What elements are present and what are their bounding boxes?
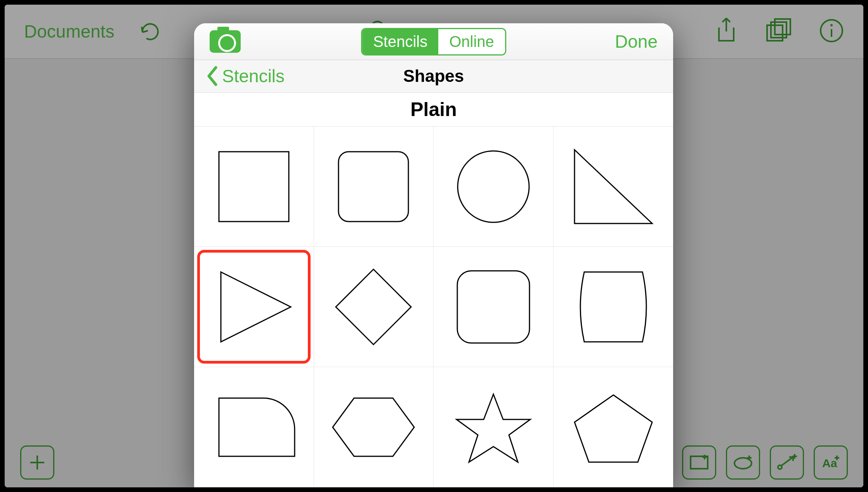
- shape-star[interactable]: [434, 367, 554, 487]
- svg-rect-10: [339, 152, 408, 222]
- shape-rounded-rectangle[interactable]: [314, 126, 434, 247]
- svg-rect-9: [219, 152, 289, 222]
- popover-header: Stencils Online Done: [194, 23, 673, 60]
- shape-hexagon[interactable]: [314, 367, 434, 487]
- shape-barrel[interactable]: [554, 247, 674, 367]
- section-title: Plain: [194, 93, 673, 126]
- svg-rect-12: [457, 271, 529, 343]
- stencils-popover: Stencils Online Done Stencils Shapes Pla…: [194, 23, 673, 487]
- shape-play-triangle[interactable]: [194, 247, 314, 367]
- done-button[interactable]: Done: [615, 31, 658, 52]
- stencils-online-segmented-control[interactable]: Stencils Online: [361, 28, 506, 55]
- popover-nav: Stencils Shapes: [194, 60, 673, 92]
- svg-point-11: [458, 151, 529, 222]
- shape-rounded-rectangle-large[interactable]: [434, 247, 554, 367]
- back-button[interactable]: Stencils: [206, 66, 285, 87]
- shape-pentagon[interactable]: [554, 367, 674, 487]
- shape-quarter-round[interactable]: [194, 367, 314, 487]
- shape-rectangle[interactable]: [194, 126, 314, 247]
- shape-diamond[interactable]: [314, 247, 434, 367]
- back-label: Stencils: [222, 66, 285, 87]
- camera-icon[interactable]: [210, 30, 241, 53]
- shape-circle[interactable]: [434, 126, 554, 247]
- chevron-left-icon: [206, 66, 219, 86]
- segment-stencils[interactable]: Stencils: [362, 29, 438, 54]
- shapes-grid: [194, 126, 673, 487]
- nav-title: Shapes: [403, 66, 464, 86]
- shape-right-triangle[interactable]: [554, 126, 674, 247]
- segment-online[interactable]: Online: [438, 29, 505, 54]
